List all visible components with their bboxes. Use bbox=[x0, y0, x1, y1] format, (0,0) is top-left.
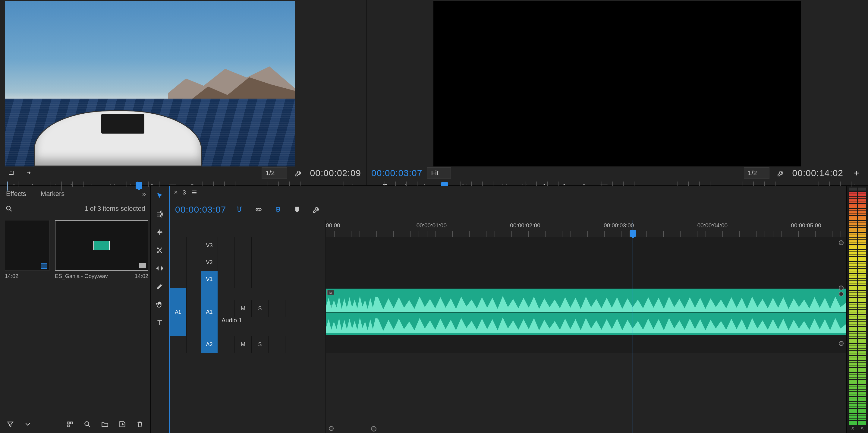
source-timecode[interactable]: 00:00:02:09 bbox=[310, 168, 361, 178]
lock-toggle[interactable] bbox=[187, 336, 201, 353]
source-settings-wrench-icon[interactable] bbox=[292, 167, 305, 180]
track-name-a2[interactable]: A2 bbox=[201, 336, 218, 353]
search-icon[interactable] bbox=[5, 204, 13, 213]
marker-icon-button[interactable] bbox=[5, 167, 18, 180]
track-output-toggle[interactable] bbox=[235, 254, 252, 271]
waveform-icon bbox=[93, 241, 110, 250]
program-preview[interactable] bbox=[433, 1, 801, 167]
program-zoom-dropdown[interactable]: Fit bbox=[427, 167, 451, 179]
timeline-ruler[interactable]: :00:00 00:00:01:00 00:00:02:00 00:00:03:… bbox=[326, 221, 846, 237]
vscroll-handle-audio-top[interactable] bbox=[839, 292, 844, 296]
timeline-timecode[interactable]: 00:00:03:07 bbox=[175, 204, 226, 215]
sync-lock-toggle[interactable] bbox=[218, 336, 235, 353]
selection-status: 1 of 3 items selected bbox=[84, 205, 145, 212]
program-monitor: 00:00:03:07 Fit 1/2 00:00:14:02 bbox=[367, 0, 868, 185]
bin-item-duration: 14:02 bbox=[135, 273, 148, 280]
sync-lock-toggle[interactable] bbox=[218, 254, 235, 271]
timeline-marker-icon[interactable] bbox=[290, 203, 304, 216]
track-header-a2[interactable]: A2 M S bbox=[170, 336, 326, 353]
find-button[interactable] bbox=[82, 419, 93, 430]
bin-item-sequence[interactable]: 14:02 bbox=[5, 220, 50, 280]
audio-meters: S S bbox=[846, 186, 868, 433]
delete-button[interactable] bbox=[134, 419, 145, 430]
voice-over-record[interactable] bbox=[269, 336, 285, 353]
source-playhead-handle[interactable] bbox=[135, 182, 142, 189]
track-name-v2[interactable]: V2 bbox=[201, 254, 218, 271]
type-tool[interactable] bbox=[154, 317, 166, 329]
hand-tool[interactable] bbox=[154, 298, 166, 311]
close-sequence-button[interactable]: × bbox=[174, 189, 178, 196]
chevron-down-icon bbox=[279, 171, 283, 176]
source-preview[interactable] bbox=[5, 1, 295, 167]
lock-toggle[interactable] bbox=[187, 271, 201, 288]
track-name-v3[interactable]: V3 bbox=[201, 237, 218, 254]
meter-bars[interactable] bbox=[849, 192, 866, 425]
track-select-tool[interactable] bbox=[154, 208, 166, 220]
linked-selection-toggle[interactable] bbox=[252, 203, 265, 216]
track-name-v1[interactable]: V1 bbox=[201, 271, 218, 288]
snap-toggle[interactable] bbox=[233, 203, 246, 216]
hscroll-handle-right[interactable] bbox=[371, 426, 376, 432]
new-bin-button[interactable] bbox=[99, 419, 110, 430]
vscroll-handle-audio-bot[interactable] bbox=[839, 341, 844, 346]
insert-only-button[interactable] bbox=[23, 167, 36, 180]
program-resolution-dropdown[interactable]: 1/2 bbox=[744, 167, 770, 179]
ruler-label: 00:00:03:00 bbox=[604, 222, 634, 229]
mute-toggle[interactable]: M bbox=[235, 300, 252, 317]
program-plus-icon[interactable] bbox=[850, 167, 863, 180]
voice-over-record[interactable] bbox=[269, 300, 285, 317]
mute-toggle[interactable]: M bbox=[235, 336, 252, 353]
track-lane-v2[interactable] bbox=[326, 254, 846, 271]
icon-view-button[interactable] bbox=[64, 419, 75, 430]
program-timecode-left[interactable]: 00:00:03:07 bbox=[371, 168, 422, 178]
track-header-a1[interactable]: A1 A1 M S Audio 1 bbox=[170, 288, 326, 336]
slip-tool[interactable] bbox=[154, 262, 166, 275]
new-item-button[interactable] bbox=[117, 419, 128, 430]
meter-solo-right[interactable]: S bbox=[858, 426, 866, 431]
sequence-menu-button[interactable] bbox=[191, 189, 198, 196]
razor-tool[interactable] bbox=[154, 244, 166, 256]
audio-clip[interactable]: fx L R bbox=[326, 289, 846, 335]
timeline-settings-button[interactable] bbox=[310, 203, 323, 216]
track-header-v2[interactable]: V2 bbox=[170, 254, 326, 271]
hscroll-handle-left[interactable] bbox=[329, 426, 334, 431]
bin-item-audio[interactable]: ES_Ganja - Ooyy.wav 14:02 bbox=[55, 220, 148, 280]
sync-lock-toggle[interactable] bbox=[218, 300, 235, 317]
vscroll-handle-video[interactable] bbox=[839, 286, 844, 290]
panel-overflow-button[interactable]: ›› bbox=[142, 190, 145, 199]
track-header-v1[interactable]: V1 bbox=[170, 271, 326, 288]
sync-lock-toggle[interactable] bbox=[218, 237, 235, 254]
program-settings-wrench-icon[interactable] bbox=[774, 167, 787, 180]
track-lane-a1[interactable]: fx L R bbox=[326, 288, 846, 336]
track-output-toggle[interactable] bbox=[235, 237, 252, 254]
footer-chevron-button[interactable] bbox=[22, 419, 33, 430]
track-header-v3[interactable]: V3 bbox=[170, 237, 326, 254]
selection-tool[interactable] bbox=[154, 190, 166, 202]
lock-toggle[interactable] bbox=[187, 237, 201, 254]
lock-toggle[interactable] bbox=[187, 288, 201, 336]
program-timecode-right[interactable]: 00:00:14:02 bbox=[792, 168, 843, 178]
track-name-a1[interactable]: A1 bbox=[201, 288, 218, 336]
track-lane-v3[interactable] bbox=[326, 237, 846, 254]
solo-toggle[interactable]: S bbox=[252, 336, 269, 353]
add-marker-button[interactable] bbox=[271, 203, 284, 216]
track-output-toggle[interactable] bbox=[235, 271, 252, 288]
track-lane-a2[interactable] bbox=[326, 336, 846, 353]
solo-toggle[interactable]: S bbox=[252, 300, 269, 317]
project-panel-footer bbox=[0, 415, 150, 433]
ruler-label: 00:00:02:00 bbox=[510, 222, 540, 229]
timeline-playhead[interactable] bbox=[632, 221, 633, 433]
source-resolution-dropdown[interactable]: 1/2 bbox=[261, 167, 287, 179]
meter-solo-left[interactable]: S bbox=[849, 426, 857, 431]
vscroll-handle-top[interactable] bbox=[839, 240, 844, 245]
filter-bin-button[interactable] bbox=[5, 419, 16, 430]
sync-lock-toggle[interactable] bbox=[218, 271, 235, 288]
track-lane-v1[interactable] bbox=[326, 271, 846, 288]
sequence-tab[interactable]: 3 bbox=[183, 189, 186, 196]
source-patch-a1[interactable]: A1 bbox=[170, 288, 187, 336]
bin-items: 14:02 ES_Ganja - Ooyy.wav 14:02 bbox=[0, 215, 150, 284]
timeline-tracks-area[interactable]: :00:00 00:00:01:00 00:00:02:00 00:00:03:… bbox=[326, 221, 846, 433]
ripple-edit-tool[interactable] bbox=[154, 226, 166, 238]
pen-tool[interactable] bbox=[154, 281, 166, 292]
lock-toggle[interactable] bbox=[187, 254, 201, 271]
